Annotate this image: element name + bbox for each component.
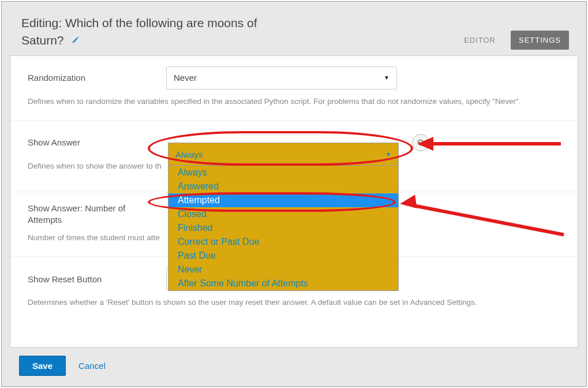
show-reset-desc: Determines whether a 'Reset' button is s… <box>28 297 560 308</box>
tab-bar: EDITOR SETTINGS <box>456 31 569 50</box>
setting-randomization: Randomization Never ▼ Defines when to ra… <box>10 56 578 121</box>
save-button[interactable]: Save <box>19 356 66 376</box>
randomization-select[interactable]: Never ▼ <box>166 66 397 89</box>
option-after-attempts[interactable]: After Some Number of Attempts <box>168 277 398 290</box>
pencil-icon[interactable] <box>72 35 80 47</box>
chevron-down-icon: ▼ <box>384 74 389 81</box>
option-past-due[interactable]: Past Due <box>168 249 398 263</box>
option-finished[interactable]: Finished <box>168 221 398 235</box>
show-answer-label: Show Answer <box>28 137 155 147</box>
cancel-button[interactable]: Cancel <box>78 361 106 371</box>
randomization-value: Never <box>174 73 197 83</box>
undo-button[interactable] <box>412 134 429 151</box>
option-never[interactable]: Never <box>168 263 398 277</box>
randomization-desc: Defines when to randomize the variables … <box>28 96 560 107</box>
option-attempted[interactable]: Attempted <box>168 193 398 207</box>
option-always[interactable]: Always <box>168 166 398 180</box>
tab-editor[interactable]: EDITOR <box>456 31 504 50</box>
title-prefix: Editing: <box>21 16 65 29</box>
show-reset-label: Show Reset Button <box>28 274 155 284</box>
option-answered[interactable]: Answered <box>168 180 398 193</box>
randomization-label: Randomization <box>28 73 155 83</box>
tab-settings[interactable]: SETTINGS <box>511 31 569 50</box>
show-answer-options-list: Always Answered Attempted Closed Finishe… <box>168 166 399 291</box>
show-answer-dropdown[interactable]: Always ▼ Always Answered Attempted Close… <box>168 143 399 291</box>
show-answer-select-open[interactable]: Always ▼ <box>168 143 399 166</box>
show-answer-num-label: Show Answer: Number of Attempts <box>28 203 155 226</box>
option-correct-past-due[interactable]: Correct or Past Due <box>168 235 398 249</box>
show-answer-selected-value: Always <box>175 150 203 159</box>
option-closed[interactable]: Closed <box>168 207 398 221</box>
chevron-down-icon: ▼ <box>385 151 391 158</box>
page-title: Editing: Which of the following are moon… <box>21 14 287 50</box>
